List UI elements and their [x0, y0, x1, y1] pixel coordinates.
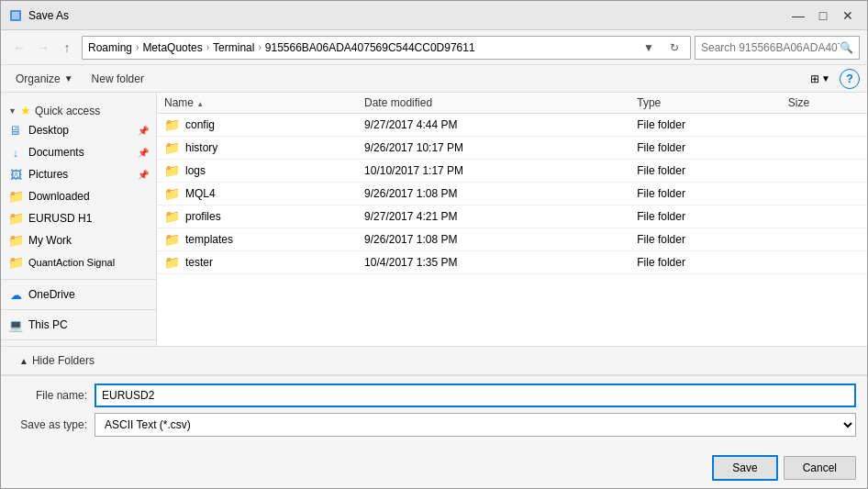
- save-button[interactable]: Save: [712, 455, 777, 481]
- search-input[interactable]: [701, 41, 840, 54]
- sidebar-item-eurusd[interactable]: 📁 EURUSD H1: [1, 207, 156, 229]
- file-size: [781, 160, 867, 183]
- breadcrumb-guid: 915566BA06ADA407569C544CC0D97611: [265, 41, 633, 54]
- file-name: MQL4: [185, 187, 216, 200]
- file-date: 9/27/2017 4:21 PM: [357, 206, 629, 228]
- file-name: profiles: [185, 210, 221, 223]
- file-type: File folder: [629, 114, 781, 137]
- folder-icon: 📁: [164, 163, 180, 178]
- up-button[interactable]: ↑: [56, 37, 78, 59]
- col-name[interactable]: Name ▲: [157, 93, 357, 114]
- refresh-button[interactable]: ↻: [664, 38, 684, 58]
- file-name: logs: [185, 164, 206, 177]
- forward-button[interactable]: →: [32, 37, 54, 59]
- filetype-label: Save as type:: [12, 418, 95, 431]
- sidebar-item-desktop[interactable]: 🖥 Desktop 📌: [1, 119, 156, 141]
- new-folder-button[interactable]: New folder: [84, 69, 151, 89]
- breadcrumb-terminal[interactable]: Terminal: [213, 41, 254, 54]
- file-name: history: [185, 141, 217, 154]
- divider1: [1, 279, 156, 280]
- sidebar-item-mywork[interactable]: 📁 My Work: [1, 229, 156, 251]
- table-row[interactable]: 📁 config 9/27/2017 4:44 PM File folder: [157, 114, 867, 137]
- sidebar-item-documents[interactable]: ↓ Documents 📌: [1, 141, 156, 163]
- onedrive-icon: ☁: [8, 287, 23, 302]
- svg-rect-1: [12, 12, 19, 19]
- pinned-icon-pics: 📌: [138, 170, 149, 180]
- help-button[interactable]: ?: [840, 69, 860, 89]
- table-row[interactable]: 📁 templates 9/26/2017 1:08 PM File folde…: [157, 228, 867, 251]
- thispc-icon: 💻: [8, 317, 23, 332]
- mywork-icon: 📁: [8, 233, 23, 248]
- file-name: templates: [185, 233, 233, 246]
- back-button[interactable]: ←: [8, 37, 30, 59]
- breadcrumb-metaquotes[interactable]: MetaQuotes: [142, 41, 202, 54]
- file-type: File folder: [629, 206, 781, 228]
- maximize-button[interactable]: □: [811, 6, 835, 25]
- content-area: Name ▲ Date modified Type Size 📁 config …: [157, 93, 867, 346]
- divider3: [1, 339, 156, 340]
- hide-folders-label: Hide Folders: [32, 354, 95, 367]
- sidebar-item-pictures[interactable]: 🖼 Pictures 📌: [1, 163, 156, 185]
- sidebar-item-quantaction[interactable]: 📁 QuantAction Signal: [1, 251, 156, 273]
- thispc-label: This PC: [28, 318, 68, 331]
- file-date: 9/26/2017 1:08 PM: [357, 228, 629, 251]
- dialog-icon: [8, 8, 23, 23]
- title-bar: Save As — □ ✕: [1, 1, 867, 30]
- sidebar-item-thispc[interactable]: 💻 This PC: [1, 314, 156, 336]
- table-row[interactable]: 📁 logs 10/10/2017 1:17 PM File folder: [157, 160, 867, 183]
- file-type: File folder: [629, 183, 781, 206]
- quantaction-label: QuantAction Signal: [28, 257, 115, 268]
- pictures-icon: 🖼: [8, 167, 23, 182]
- file-size: [781, 251, 867, 274]
- hide-folders-button[interactable]: ▲ Hide Folders: [12, 350, 102, 371]
- folder-icon: 📁: [164, 209, 180, 224]
- eurusd-icon: 📁: [8, 211, 23, 226]
- table-row[interactable]: 📁 profiles 9/27/2017 4:21 PM File folder: [157, 206, 867, 228]
- downloaded-icon: 📁: [8, 189, 23, 204]
- quick-access-section: ▼ ★ Quick access 🖥 Desktop 📌 ↓ Documents…: [1, 96, 156, 275]
- main-area: ▼ ★ Quick access 🖥 Desktop 📌 ↓ Documents…: [1, 93, 867, 346]
- view-options-button[interactable]: ⊞ ▼: [805, 71, 836, 87]
- filetype-select[interactable]: ASCII Text (*.csv): [95, 413, 856, 437]
- file-name: tester: [185, 256, 213, 269]
- filename-input[interactable]: [95, 383, 856, 407]
- quick-access-header[interactable]: ▼ ★ Quick access: [1, 98, 156, 119]
- file-size: [781, 206, 867, 228]
- view-icon: ⊞: [810, 72, 819, 85]
- table-row[interactable]: 📁 MQL4 9/26/2017 1:08 PM File folder: [157, 183, 867, 206]
- close-button[interactable]: ✕: [836, 6, 860, 25]
- sidebar: ▼ ★ Quick access 🖥 Desktop 📌 ↓ Documents…: [1, 93, 157, 346]
- file-date: 9/26/2017 1:08 PM: [357, 183, 629, 206]
- filetype-row: Save as type: ASCII Text (*.csv): [12, 413, 856, 437]
- organize-button[interactable]: Organize ▼: [8, 69, 81, 89]
- minimize-button[interactable]: —: [786, 6, 810, 25]
- col-date[interactable]: Date modified: [357, 93, 629, 114]
- file-type: File folder: [629, 251, 781, 274]
- search-box: 🔍: [695, 36, 860, 60]
- file-type: File folder: [629, 160, 781, 183]
- col-type[interactable]: Type: [629, 93, 781, 114]
- table-row[interactable]: 📁 tester 10/4/2017 1:35 PM File folder: [157, 251, 867, 274]
- documents-label: Documents: [28, 146, 84, 159]
- toolbar: ← → ↑ Roaming › MetaQuotes › Terminal › …: [1, 30, 867, 65]
- sidebar-item-onedrive[interactable]: ☁ OneDrive: [1, 283, 156, 306]
- desktop-label: Desktop: [28, 124, 69, 137]
- dropdown-button[interactable]: ▼: [639, 38, 659, 58]
- collapse-icon: ▲: [19, 356, 28, 366]
- sidebar-item-downloaded[interactable]: 📁 Downloaded: [1, 185, 156, 207]
- dialog-title: Save As: [28, 9, 786, 22]
- collapse-icon: ▼: [8, 106, 17, 116]
- col-size[interactable]: Size: [781, 93, 867, 114]
- folder-icon: 📁: [164, 232, 180, 247]
- table-row[interactable]: 📁 history 9/26/2017 10:17 PM File folder: [157, 137, 867, 160]
- breadcrumb-roaming[interactable]: Roaming: [88, 41, 132, 54]
- sort-arrow: ▲: [196, 100, 204, 108]
- pinned-icon-docs: 📌: [138, 148, 149, 158]
- cancel-button[interactable]: Cancel: [784, 456, 856, 480]
- file-size: [781, 114, 867, 137]
- search-icon: 🔍: [840, 41, 853, 54]
- folder-icon: 📁: [164, 140, 180, 155]
- address-bar: Roaming › MetaQuotes › Terminal › 915566…: [82, 36, 691, 60]
- file-date: 10/4/2017 1:35 PM: [357, 251, 629, 274]
- second-toolbar: Organize ▼ New folder ⊞ ▼ ?: [1, 65, 867, 93]
